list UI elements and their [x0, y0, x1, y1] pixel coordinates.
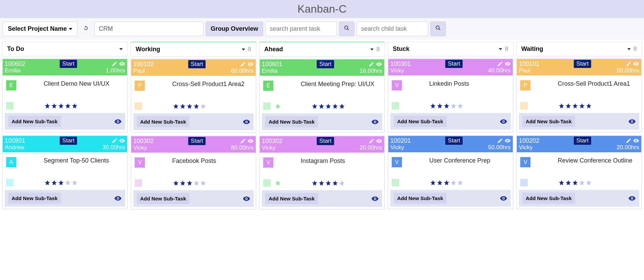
card-hours: 40.00hrs [488, 67, 511, 74]
start-badge[interactable]: Start [445, 137, 463, 145]
rating-row [517, 102, 641, 113]
start-badge[interactable]: Start [574, 60, 591, 68]
start-badge[interactable]: Start [60, 60, 77, 68]
search-child-input[interactable] [357, 22, 428, 36]
eye-icon[interactable] [114, 118, 122, 125]
kanban-card[interactable]: 100302 Start Vicky 20.00hrs V Instagram … [259, 136, 385, 210]
eye-icon[interactable] [500, 195, 507, 202]
card-footer: Add New Sub-Task [390, 190, 511, 207]
column-header[interactable]: Ahead 8 [259, 42, 385, 57]
status-chip [392, 179, 399, 186]
kanban-card[interactable]: 100202 Start Vicky 20.00hrs V Review Con… [516, 135, 642, 209]
add-subtask-button[interactable]: Add New Sub-Task [394, 193, 447, 204]
start-badge[interactable]: Start [60, 137, 77, 145]
rating-row [3, 179, 127, 190]
kanban-card[interactable]: 100301 Start Vicky 40.00hrs V Linkedin P… [388, 58, 513, 132]
star-icon [579, 103, 585, 109]
project-name-input[interactable] [94, 22, 204, 36]
card-id: 100302 [133, 138, 154, 145]
eye-icon[interactable] [505, 61, 511, 67]
star-icon [339, 103, 345, 109]
eye-icon[interactable] [633, 138, 639, 144]
pencil-icon[interactable] [626, 61, 632, 67]
add-subtask-button[interactable]: Add New Sub-Task [522, 193, 575, 204]
kanban-card[interactable]: 100801 Start Andrew 30.00hrs A Segment T… [2, 135, 128, 209]
card-footer: Add New Sub-Task [390, 113, 511, 130]
add-subtask-button[interactable]: Add New Sub-Task [8, 116, 61, 127]
star-icon [51, 180, 57, 186]
kanban-card[interactable]: 100102 Start Paul 60.00hrs P Cross-Sell … [131, 59, 256, 133]
start-badge[interactable]: Start [574, 137, 591, 145]
pencil-icon[interactable] [111, 138, 118, 144]
add-subtask-button[interactable]: Add New Sub-Task [137, 116, 190, 127]
pencil-icon[interactable] [497, 138, 503, 144]
eye-icon[interactable] [505, 138, 511, 144]
card-body: E Client Meeting Prep: UI/UX [260, 76, 384, 102]
pencil-icon[interactable] [369, 138, 375, 144]
eye-icon[interactable] [114, 195, 122, 202]
start-badge[interactable]: Start [188, 137, 206, 145]
star-icon [193, 103, 199, 109]
add-subtask-button[interactable]: Add New Sub-Task [137, 193, 190, 204]
pencil-icon[interactable] [240, 138, 246, 144]
kanban-card[interactable]: 100601 Start Emilia 16.00hrs E Client Me… [259, 59, 385, 133]
column-header[interactable]: Waiting 8 [516, 42, 642, 56]
add-subtask-button[interactable]: Add New Sub-Task [8, 193, 61, 204]
add-subtask-button[interactable]: Add New Sub-Task [265, 193, 318, 204]
column-header[interactable]: Stuck 8 [388, 42, 513, 56]
eye-icon[interactable] [500, 118, 507, 125]
group-overview-button[interactable]: Group Overview [206, 22, 263, 36]
star-icon [312, 180, 318, 186]
rating-row [131, 102, 256, 113]
search-parent-button[interactable] [339, 22, 355, 36]
eye-icon[interactable] [248, 138, 254, 144]
add-subtask-button[interactable]: Add New Sub-Task [394, 116, 447, 127]
star-rating [430, 180, 463, 186]
eye-icon[interactable] [371, 195, 379, 202]
status-chip [392, 102, 399, 110]
pencil-icon[interactable] [369, 61, 375, 67]
card-header: 100302 Start Vicky 20.00hrs [260, 136, 384, 153]
star-icon [339, 180, 345, 186]
add-subtask-button[interactable]: Add New Sub-Task [522, 116, 575, 127]
search-parent-input[interactable] [265, 22, 337, 36]
column-header[interactable]: To Do [2, 42, 128, 56]
kanban-card[interactable]: 100201 Start Vicky 50.00hrs V User Confe… [388, 135, 513, 209]
start-badge[interactable]: Start [317, 60, 334, 68]
kanban-board: To Do 100602 Start Emilia 1.00hrs E [0, 40, 644, 214]
eye-icon[interactable] [243, 195, 250, 202]
eye-icon[interactable] [628, 118, 636, 125]
eye-icon[interactable] [376, 61, 382, 67]
eye-icon[interactable] [248, 61, 254, 67]
eye-icon[interactable] [119, 61, 125, 67]
start-badge[interactable]: Start [317, 137, 334, 145]
star-icon [173, 103, 179, 109]
pencil-icon[interactable] [240, 61, 246, 67]
column-header[interactable]: Working 8 [131, 42, 256, 57]
pencil-icon[interactable] [626, 138, 632, 144]
search-child-button[interactable] [430, 22, 446, 36]
star-icon [457, 103, 463, 109]
star-icon [444, 103, 450, 109]
kanban-card[interactable]: 100101 Start Paul 50.00hrs P Cross-Sell … [516, 58, 642, 132]
eye-icon[interactable] [243, 118, 250, 126]
star-icon [58, 180, 64, 186]
card-body: V Linkedin Posts [388, 75, 513, 102]
eye-icon[interactable] [628, 195, 636, 202]
refresh-button[interactable] [79, 22, 92, 36]
eye-icon[interactable] [376, 138, 382, 144]
pencil-icon[interactable] [111, 61, 118, 67]
card-footer: Add New Sub-Task [262, 113, 382, 130]
pencil-icon[interactable] [497, 61, 503, 67]
start-badge[interactable]: Start [188, 60, 206, 68]
eye-icon[interactable] [371, 118, 379, 126]
start-badge[interactable]: Start [445, 60, 463, 68]
project-selector[interactable]: Select Project Name [3, 22, 77, 36]
app-title: Kanban-C [0, 0, 644, 18]
kanban-card[interactable]: 100602 Start Emilia 1.00hrs E Client Dem… [2, 58, 128, 132]
kanban-card[interactable]: 100302 Start Vicky 80.00hrs V Facebook P… [131, 136, 256, 210]
eye-icon[interactable] [119, 138, 125, 144]
eye-icon[interactable] [633, 61, 639, 67]
card-hours: 50.00hrs [488, 144, 511, 151]
add-subtask-button[interactable]: Add New Sub-Task [265, 116, 318, 127]
